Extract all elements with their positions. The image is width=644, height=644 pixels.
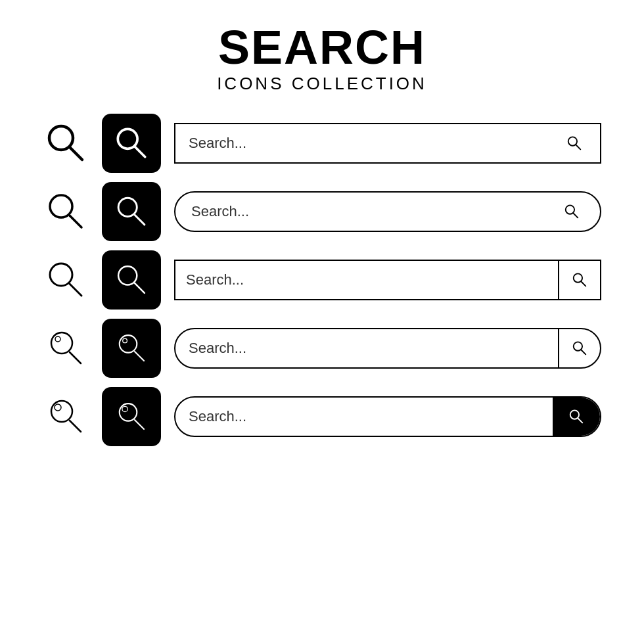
magnifier-outline-icon-4 — [43, 325, 89, 371]
search-bar-icon-2 — [557, 203, 587, 220]
svg-point-29 — [120, 403, 137, 421]
search-bar-1[interactable]: Search... — [174, 123, 601, 164]
search-bar-4[interactable]: Search... — [174, 328, 601, 369]
search-split-button-4[interactable] — [558, 329, 600, 367]
magnifier-outline-icon-5 — [43, 394, 89, 440]
svg-line-28 — [70, 421, 81, 432]
svg-line-25 — [581, 350, 586, 354]
icons-collection: Search... Search... — [43, 114, 601, 446]
svg-line-7 — [70, 216, 81, 227]
search-placeholder-1: Search... — [186, 135, 559, 152]
magnifier-box-icon-5 — [102, 387, 161, 446]
svg-line-1 — [70, 147, 82, 160]
svg-line-3 — [135, 147, 145, 157]
svg-point-8 — [118, 198, 137, 216]
search-bar-3[interactable]: Search... — [174, 260, 601, 300]
search-black-button-5[interactable] — [553, 398, 600, 436]
svg-point-6 — [50, 195, 72, 218]
search-placeholder-2: Search... — [189, 203, 557, 220]
magnifier-box-icon-2 — [102, 182, 161, 241]
svg-line-9 — [135, 215, 145, 225]
svg-line-17 — [581, 281, 586, 286]
magnifier-outline-icon-1 — [43, 120, 89, 166]
search-bar-icon-1 — [559, 135, 589, 152]
main-title: SEARCH — [217, 24, 427, 71]
svg-line-11 — [573, 213, 578, 218]
row-1: Search... — [43, 114, 601, 173]
svg-line-33 — [578, 418, 582, 423]
svg-point-21 — [120, 335, 137, 353]
svg-point-14 — [118, 266, 137, 285]
row-5: Search... — [43, 387, 601, 446]
svg-line-31 — [135, 420, 144, 429]
row-2: Search... — [43, 182, 601, 241]
svg-point-12 — [50, 264, 72, 286]
search-bar-5[interactable]: Search... — [174, 396, 601, 437]
svg-point-22 — [123, 338, 127, 343]
magnifier-outline-icon-2 — [43, 189, 89, 235]
svg-line-20 — [70, 352, 81, 363]
magnifier-box-icon-3 — [102, 250, 161, 310]
svg-point-26 — [51, 401, 72, 422]
svg-line-23 — [135, 352, 144, 361]
magnifier-white-icon-5 — [112, 398, 150, 436]
svg-point-19 — [55, 336, 60, 342]
magnifier-white-icon-2 — [112, 193, 150, 231]
search-placeholder-4: Search... — [175, 340, 558, 357]
svg-line-5 — [576, 145, 580, 149]
search-bar-2[interactable]: Search... — [174, 191, 601, 232]
svg-line-13 — [70, 284, 81, 296]
search-placeholder-3: Search... — [175, 271, 558, 288]
magnifier-box-icon-1 — [102, 114, 161, 173]
row-4: Search... — [43, 319, 601, 378]
row-3: Search... — [43, 250, 601, 310]
subtitle: ICONS COLLECTION — [217, 74, 427, 94]
search-placeholder-5: Search... — [175, 408, 553, 425]
svg-point-27 — [55, 404, 61, 411]
svg-point-30 — [122, 406, 127, 411]
svg-line-15 — [135, 283, 145, 293]
page-header: SEARCH ICONS COLLECTION — [217, 24, 427, 94]
svg-point-18 — [51, 333, 72, 354]
search-split-button-3[interactable] — [558, 261, 600, 299]
magnifier-white-icon-4 — [112, 329, 150, 367]
magnifier-white-icon-3 — [112, 261, 150, 299]
magnifier-white-icon-1 — [112, 124, 150, 162]
magnifier-outline-icon-3 — [43, 257, 89, 303]
magnifier-box-icon-4 — [102, 319, 161, 378]
